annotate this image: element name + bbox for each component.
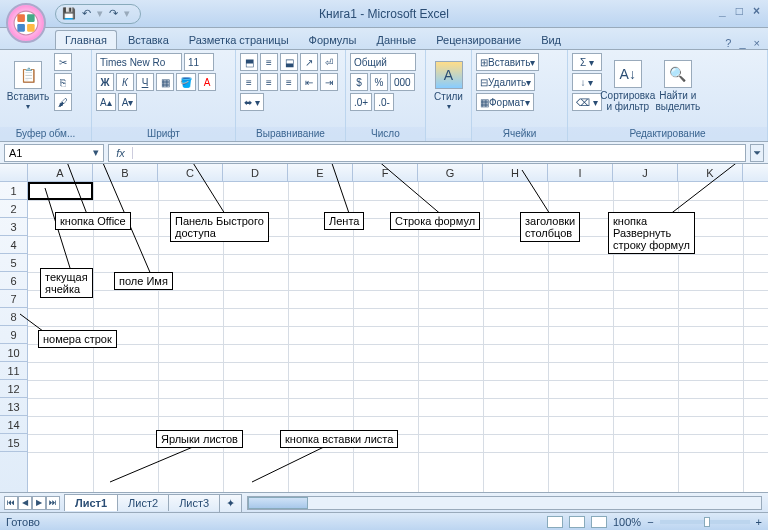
bold-button[interactable]: Ж [96, 73, 114, 91]
currency-button[interactable]: $ [350, 73, 368, 91]
row-header[interactable]: 13 [0, 398, 27, 416]
row-header[interactable]: 5 [0, 254, 27, 272]
increase-decimal-button[interactable]: .0+ [350, 93, 372, 111]
view-normal-button[interactable] [547, 516, 563, 528]
sheet-nav-first[interactable]: ⏮ [4, 496, 18, 510]
tab-view[interactable]: Вид [532, 31, 570, 49]
column-headers[interactable]: A B C D E F G H I J K [0, 164, 768, 182]
tab-pagelayout[interactable]: Разметка страницы [180, 31, 298, 49]
number-format-select[interactable] [350, 53, 416, 71]
row-header[interactable]: 6 [0, 272, 27, 290]
indent-inc-button[interactable]: ⇥ [320, 73, 338, 91]
copy-icon[interactable]: ⎘ [54, 73, 72, 91]
tab-insert[interactable]: Вставка [119, 31, 178, 49]
col-header[interactable]: J [613, 164, 678, 181]
col-header[interactable]: H [483, 164, 548, 181]
zoom-out-button[interactable]: − [647, 516, 653, 528]
paste-button[interactable]: 📋Вставить▾ [4, 53, 52, 119]
active-cell[interactable] [28, 182, 93, 200]
col-header[interactable]: A [28, 164, 93, 181]
wrap-text-button[interactable]: ⏎ [320, 53, 338, 71]
view-pagebreak-button[interactable] [591, 516, 607, 528]
fill-color-button[interactable]: 🪣 [176, 73, 196, 91]
view-pagelayout-button[interactable] [569, 516, 585, 528]
autosum-button[interactable]: Σ ▾ [572, 53, 602, 71]
row-header[interactable]: 2 [0, 200, 27, 218]
tab-home[interactable]: Главная [55, 30, 117, 49]
help-icon[interactable]: ? [725, 37, 731, 49]
format-painter-icon[interactable]: 🖌 [54, 93, 72, 111]
styles-button[interactable]: AСтили▾ [430, 53, 467, 119]
formula-input[interactable] [133, 145, 745, 161]
maximize-button[interactable]: □ [736, 4, 743, 18]
sheet-nav-last[interactable]: ⏭ [46, 496, 60, 510]
row-header[interactable]: 12 [0, 380, 27, 398]
fill-button[interactable]: ↓ ▾ [572, 73, 602, 91]
comma-button[interactable]: 000 [390, 73, 415, 91]
delete-cells-button[interactable]: ⊟ Удалить ▾ [476, 73, 535, 91]
col-header[interactable]: D [223, 164, 288, 181]
italic-button[interactable]: К [116, 73, 134, 91]
grow-font-button[interactable]: A▴ [96, 93, 116, 111]
tab-data[interactable]: Данные [367, 31, 425, 49]
row-header[interactable]: 9 [0, 326, 27, 344]
merge-button[interactable]: ⬌ ▾ [240, 93, 264, 111]
row-header[interactable]: 10 [0, 344, 27, 362]
row-header[interactable]: 15 [0, 434, 27, 452]
zoom-level[interactable]: 100% [613, 516, 641, 528]
zoom-in-button[interactable]: + [756, 516, 762, 528]
col-header[interactable]: G [418, 164, 483, 181]
row-header[interactable]: 3 [0, 218, 27, 236]
office-button[interactable] [6, 3, 46, 43]
find-select-button[interactable]: 🔍Найти и выделить [654, 53, 702, 119]
format-cells-button[interactable]: ▦ Формат ▾ [476, 93, 534, 111]
align-right-button[interactable]: ≡ [280, 73, 298, 91]
align-left-button[interactable]: ≡ [240, 73, 258, 91]
font-color-button[interactable]: A [198, 73, 216, 91]
decrease-decimal-button[interactable]: .0- [374, 93, 394, 111]
underline-button[interactable]: Ч [136, 73, 154, 91]
insert-cells-button[interactable]: ⊞ Вставить ▾ [476, 53, 539, 71]
row-header[interactable]: 14 [0, 416, 27, 434]
row-headers[interactable]: 123456789101112131415 [0, 182, 28, 492]
orientation-button[interactable]: ↗ [300, 53, 318, 71]
col-header[interactable]: F [353, 164, 418, 181]
align-center-button[interactable]: ≡ [260, 73, 278, 91]
worksheet-grid[interactable]: A B C D E F G H I J K 123456789101112131… [0, 164, 768, 492]
shrink-font-button[interactable]: A▾ [118, 93, 138, 111]
row-header[interactable]: 11 [0, 362, 27, 380]
col-header[interactable]: K [678, 164, 743, 181]
tab-formulas[interactable]: Формулы [300, 31, 366, 49]
cut-icon[interactable]: ✂ [54, 53, 72, 71]
ribbon-minimize-icon[interactable]: _ [739, 37, 745, 49]
clear-button[interactable]: ⌫ ▾ [572, 93, 602, 111]
border-button[interactable]: ▦ [156, 73, 174, 91]
close-button[interactable]: × [753, 4, 760, 18]
col-header[interactable]: C [158, 164, 223, 181]
name-box[interactable]: A1▾ [4, 144, 104, 162]
insert-sheet-button[interactable]: ✦ [219, 494, 242, 512]
select-all-corner[interactable] [0, 164, 28, 181]
sheet-nav-next[interactable]: ▶ [32, 496, 46, 510]
sheet-tab[interactable]: Лист3 [168, 494, 220, 511]
col-header[interactable]: E [288, 164, 353, 181]
sheet-tab[interactable]: Лист1 [64, 494, 118, 511]
zoom-slider[interactable] [660, 520, 750, 524]
sheet-nav-prev[interactable]: ◀ [18, 496, 32, 510]
align-middle-button[interactable]: ≡ [260, 53, 278, 71]
col-header[interactable]: B [93, 164, 158, 181]
indent-dec-button[interactable]: ⇤ [300, 73, 318, 91]
font-name-select[interactable] [96, 53, 182, 71]
font-size-select[interactable] [184, 53, 214, 71]
percent-button[interactable]: % [370, 73, 388, 91]
ribbon-close-icon[interactable]: × [754, 37, 760, 49]
col-header[interactable]: I [548, 164, 613, 181]
row-header[interactable]: 7 [0, 290, 27, 308]
row-header[interactable]: 1 [0, 182, 27, 200]
sort-filter-button[interactable]: A↓Сортировка и фильтр [604, 53, 652, 119]
fx-button[interactable]: fx [109, 147, 133, 159]
row-header[interactable]: 8 [0, 308, 27, 326]
horizontal-scrollbar[interactable] [247, 496, 762, 510]
qat-redo-icon[interactable]: ↷ [109, 7, 118, 20]
tab-review[interactable]: Рецензирование [427, 31, 530, 49]
